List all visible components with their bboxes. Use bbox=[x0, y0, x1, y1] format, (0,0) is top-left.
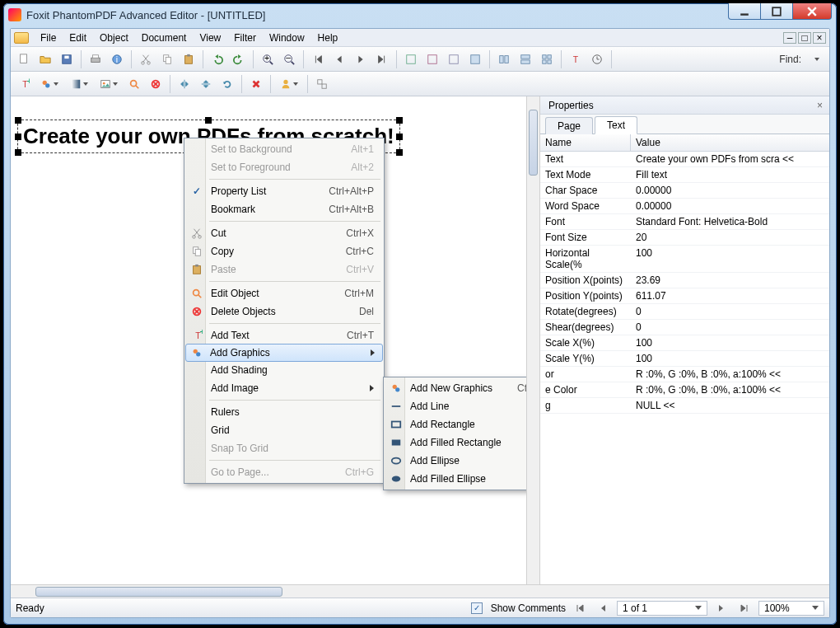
page-dropdown-icon[interactable] bbox=[695, 606, 702, 610]
subctx-add-rectangle[interactable]: Add Rectangle bbox=[385, 415, 526, 434]
last-page-button[interactable] bbox=[372, 49, 392, 69]
paste-button[interactable] bbox=[179, 49, 198, 69]
properties-close-button[interactable]: × bbox=[810, 100, 829, 111]
property-value[interactable]: 0.00000 bbox=[631, 199, 829, 213]
property-value[interactable]: NULL << bbox=[631, 398, 829, 413]
ctx-edit-object[interactable]: Edit ObjectCtrl+M bbox=[186, 284, 382, 302]
ctx-cut[interactable]: CutCtrl+X bbox=[186, 224, 382, 242]
vscroll-thumb[interactable] bbox=[529, 110, 538, 176]
resize-handle-ne[interactable] bbox=[396, 117, 403, 124]
ctx-add-text[interactable]: T+Add TextCtrl+T bbox=[186, 326, 382, 344]
property-value[interactable]: 100 bbox=[631, 351, 829, 366]
vertical-scrollbar[interactable] bbox=[526, 96, 539, 584]
property-row[interactable]: Word Space0.00000 bbox=[540, 199, 829, 214]
context-menu[interactable]: Set to BackgroundAlt+1Set to ForegroundA… bbox=[184, 138, 385, 484]
property-value[interactable]: 20 bbox=[631, 230, 829, 245]
tab-page[interactable]: Page bbox=[545, 117, 593, 134]
status-prev-page[interactable] bbox=[594, 601, 612, 616]
minimize-button[interactable] bbox=[728, 3, 761, 20]
property-value[interactable]: Standard Font: Helvetica-Bold bbox=[631, 214, 829, 229]
zoom-out-button[interactable]: – bbox=[279, 49, 299, 69]
property-value[interactable]: Create your own PDFs from scra << bbox=[631, 152, 829, 166]
ctx-property-list[interactable]: ✓Property ListCtrl+Alt+P bbox=[186, 182, 382, 200]
properties-header-name[interactable]: Name bbox=[540, 134, 631, 151]
app-menu-icon[interactable] bbox=[14, 32, 29, 44]
property-row[interactable]: gNULL << bbox=[540, 398, 829, 414]
property-value[interactable]: R :0%, G :0%, B :0%, a:100% << bbox=[631, 382, 829, 397]
resize-handle-sw[interactable] bbox=[15, 149, 21, 156]
status-last-page[interactable] bbox=[735, 601, 754, 616]
properties-grid[interactable]: Name Value TextCreate your own PDFs from… bbox=[540, 134, 829, 584]
first-page-button[interactable] bbox=[308, 49, 328, 69]
titlebar[interactable]: Foxit PhantomPDF Advanced Editor - [UNTI… bbox=[3, 3, 837, 26]
edit-object-button[interactable] bbox=[124, 74, 144, 94]
menu-window[interactable]: Window bbox=[263, 30, 311, 45]
add-shading-button[interactable] bbox=[65, 74, 93, 94]
property-row[interactable]: Char Space0.00000 bbox=[540, 183, 829, 199]
tool-a-button[interactable] bbox=[401, 49, 421, 69]
mdi-restore-button[interactable]: □ bbox=[798, 32, 811, 44]
tool-c-button[interactable] bbox=[444, 49, 464, 69]
property-value[interactable]: Fill text bbox=[631, 167, 829, 182]
property-row[interactable]: Horizontal Scale(%100 bbox=[540, 246, 829, 273]
document-area[interactable]: Create your own PDFs from scratch! Set t… bbox=[11, 96, 526, 584]
about-button[interactable]: i bbox=[107, 49, 127, 69]
group-button[interactable] bbox=[312, 74, 332, 94]
property-value[interactable]: R :0%, G :0%, B :0%, a:100% << bbox=[631, 367, 829, 382]
subctx-add-filled-rectangle[interactable]: Add Filled Rectangle bbox=[385, 434, 526, 452]
property-value[interactable]: 611.07 bbox=[631, 288, 829, 303]
flip-h-button[interactable] bbox=[175, 74, 194, 94]
resize-handle-w[interactable] bbox=[15, 134, 21, 140]
ctx-add-image[interactable]: Add Image bbox=[186, 379, 382, 397]
property-row[interactable]: Scale X(%)100 bbox=[540, 335, 829, 351]
resize-handle-n[interactable] bbox=[205, 117, 212, 124]
zoom-in-button[interactable]: + bbox=[258, 49, 278, 69]
layout-c-button[interactable] bbox=[537, 49, 557, 69]
ctx-bookmark[interactable]: BookmarkCtrl+Alt+B bbox=[186, 200, 382, 218]
ctx-add-shading[interactable]: Add Shading bbox=[186, 361, 382, 379]
layout-b-button[interactable] bbox=[516, 49, 535, 69]
hscroll-thumb[interactable] bbox=[35, 587, 282, 597]
subctx-add-filled-ellipse[interactable]: Add Filled Ellipse bbox=[385, 470, 526, 488]
property-row[interactable]: Text ModeFill text bbox=[540, 167, 829, 183]
status-next-page[interactable] bbox=[712, 601, 730, 616]
menu-view[interactable]: View bbox=[193, 30, 227, 45]
mdi-close-button[interactable]: × bbox=[813, 32, 826, 44]
close-button[interactable] bbox=[792, 3, 832, 20]
resize-handle-e[interactable] bbox=[396, 134, 403, 140]
status-first-page[interactable] bbox=[571, 601, 589, 616]
property-value[interactable]: 100 bbox=[631, 335, 829, 350]
property-value[interactable]: 0.00000 bbox=[631, 183, 829, 198]
text-tool-button[interactable]: T bbox=[566, 49, 586, 69]
property-row[interactable]: TextCreate your own PDFs from scra << bbox=[540, 152, 829, 167]
subctx-add-new-graphics[interactable]: Add New GraphicsCtrl+R bbox=[385, 379, 526, 397]
new-button[interactable] bbox=[14, 49, 34, 69]
redo-button[interactable] bbox=[229, 49, 249, 69]
ctx-rulers[interactable]: Rulers bbox=[186, 403, 382, 421]
menu-document[interactable]: Document bbox=[135, 30, 194, 45]
open-button[interactable] bbox=[35, 49, 55, 69]
resize-handle-se[interactable] bbox=[396, 149, 403, 156]
tool-b-button[interactable] bbox=[422, 49, 442, 69]
page-indicator[interactable]: 1 of 1 bbox=[617, 601, 707, 616]
find-dropdown[interactable] bbox=[806, 49, 826, 69]
property-row[interactable]: Scale Y(%)100 bbox=[540, 351, 829, 367]
clock-tool-button[interactable] bbox=[587, 49, 607, 69]
property-row[interactable]: Position Y(points)611.07 bbox=[540, 288, 829, 304]
property-row[interactable]: Shear(degrees)0 bbox=[540, 320, 829, 335]
save-button[interactable] bbox=[57, 49, 77, 69]
show-comments-checkbox[interactable]: ✓ bbox=[471, 602, 483, 614]
horizontal-scrollbar[interactable] bbox=[11, 584, 829, 598]
property-row[interactable]: FontStandard Font: Helvetica-Bold bbox=[540, 214, 829, 230]
maximize-button[interactable] bbox=[760, 3, 793, 20]
properties-header-value[interactable]: Value bbox=[631, 134, 829, 151]
property-row[interactable]: Font Size20 bbox=[540, 230, 829, 246]
undo-button[interactable] bbox=[208, 49, 227, 69]
menu-filter[interactable]: Filter bbox=[227, 30, 263, 45]
delete-object-button[interactable] bbox=[146, 74, 166, 94]
subctx-add-ellipse[interactable]: Add Ellipse bbox=[385, 452, 526, 470]
show-comments-label[interactable]: Show Comments bbox=[491, 602, 566, 614]
cut-button[interactable] bbox=[136, 49, 156, 69]
ctx-grid[interactable]: Grid bbox=[186, 421, 382, 439]
ctx-delete-objects[interactable]: Delete ObjectsDel bbox=[186, 302, 382, 321]
